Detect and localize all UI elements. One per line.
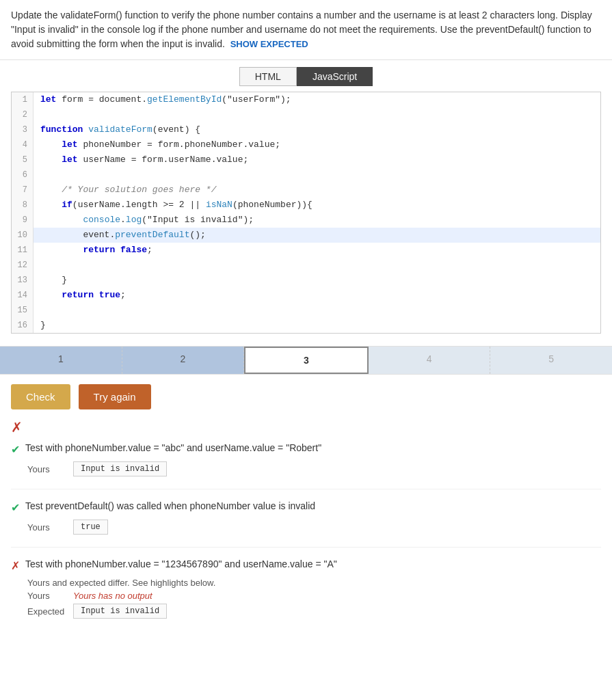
test-row-label: Yours [27,522,65,533]
line-content: let phoneNumber = form.phoneNumber.value… [34,137,280,152]
test-row: YoursYours has no output [27,591,601,601]
test-label: Test preventDefault() was called when ph… [25,500,315,511]
test-value-box: Input is invalid [73,604,167,619]
show-expected-link[interactable]: SHOW EXPECTED [230,39,308,49]
test-label: Test with phoneNumber.value = "abc" and … [25,442,321,453]
test-row-label: Yours [27,464,65,474]
line-number: 6 [12,167,34,183]
line-content: let form = document.getElementById("user… [34,92,291,107]
code-line: 12 [12,258,600,273]
test-label: Test with phoneNumber.value = "123456789… [25,558,337,569]
pass-icon: ✔ [11,501,20,514]
test-row: Yourstrue [27,520,601,535]
line-number: 3 [12,122,34,137]
line-number: 13 [12,273,34,288]
line-content: if(userName.length >= 2 || isNaN(phoneNu… [34,198,312,213]
test-value-box: true [73,520,108,535]
try-again-button[interactable]: Try again [79,384,151,409]
line-content: console.log("Input is invalid"); [34,213,254,228]
test-row-label: Yours [27,591,65,601]
code-line: 2 [12,107,600,122]
line-number: 16 [12,318,34,333]
line-content [34,303,40,318]
progress-tabs: 12345 [0,346,612,375]
progress-tab-3[interactable]: 3 [244,347,369,374]
progress-tab-2[interactable]: 2 [122,347,245,374]
description-block: Update the validateForm() function to ve… [0,0,612,60]
code-line: 1let form = document.getElementById("use… [12,92,600,107]
code-editor: 1let form = document.getElementById("use… [11,92,601,334]
fail-icon: ✗ [11,559,20,572]
test-item: ✔Test preventDefault() was called when p… [11,500,601,548]
code-line: 10 event.preventDefault(); [12,228,600,243]
test-value-box: Input is invalid [73,461,167,476]
test-header: ✔Test with phoneNumber.value = "abc" and… [11,442,601,456]
line-content: let userName = form.userName.value; [34,152,248,167]
progress-tab-5[interactable]: 5 [490,347,612,374]
line-content [34,258,40,273]
line-content: event.preventDefault(); [34,228,206,243]
line-number: 7 [12,183,34,198]
test-header: ✗Test with phoneNumber.value = "12345678… [11,558,601,572]
line-content [34,107,40,122]
overall-fail-icon: ✗ [11,419,601,435]
line-number: 12 [12,258,34,273]
test-item: ✗Test with phoneNumber.value = "12345678… [11,558,601,631]
pass-icon: ✔ [11,443,20,456]
line-content: return true; [34,288,126,303]
line-number: 8 [12,198,34,213]
line-content [34,167,40,183]
test-header: ✔Test preventDefault() was called when p… [11,500,601,514]
code-line: 6 [12,167,600,183]
code-line: 11 return false; [12,243,600,258]
line-number: 1 [12,92,34,107]
code-line: 7 /* Your solution goes here */ [12,183,600,198]
code-tab-bar: HTML JavaScript [0,60,612,92]
action-buttons-area: Check Try again [0,375,612,419]
code-line: 15 [12,303,600,318]
line-number: 9 [12,213,34,228]
line-number: 15 [12,303,34,318]
code-line: 9 console.log("Input is invalid"); [12,213,600,228]
line-content: } [34,273,67,288]
line-number: 11 [12,243,34,258]
test-note: Yours and expected differ. See highlight… [27,578,601,588]
code-line: 16} [12,318,600,333]
test-row: ExpectedInput is invalid [27,604,601,619]
code-line: 14 return true; [12,288,600,303]
test-value-error: Yours has no output [73,591,152,601]
line-content: return false; [34,243,152,258]
code-line: 3function validateForm(event) { [12,122,600,137]
progress-tab-4[interactable]: 4 [369,347,491,374]
code-line: 4 let phoneNumber = form.phoneNumber.val… [12,137,600,152]
code-line: 8 if(userName.length >= 2 || isNaN(phone… [12,198,600,213]
line-number: 4 [12,137,34,152]
line-number: 5 [12,152,34,167]
line-content: } [34,318,46,333]
test-row: YoursInput is invalid [27,461,601,476]
test-results-area: ✗ ✔Test with phoneNumber.value = "abc" a… [0,419,612,653]
line-content: function validateForm(event) { [34,122,200,137]
code-line: 5 let userName = form.userName.value; [12,152,600,167]
progress-tab-1[interactable]: 1 [0,347,122,374]
line-number: 14 [12,288,34,303]
tab-javascript[interactable]: JavaScript [297,67,373,86]
line-content: /* Your solution goes here */ [34,183,216,198]
check-button[interactable]: Check [11,384,70,409]
line-number: 2 [12,107,34,122]
line-number: 10 [12,228,34,243]
test-row-label: Expected [27,606,65,617]
test-item: ✔Test with phoneNumber.value = "abc" and… [11,442,601,489]
tab-html[interactable]: HTML [239,67,297,86]
code-line: 13 } [12,273,600,288]
